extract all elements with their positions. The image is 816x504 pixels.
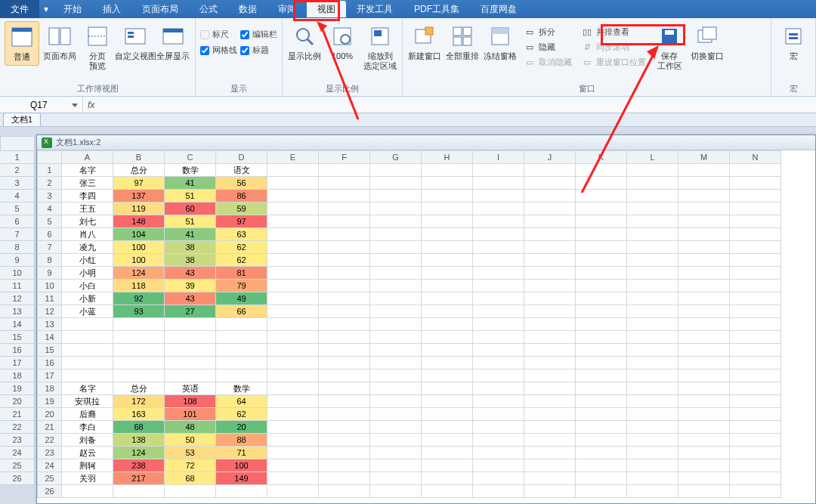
cell-D15[interactable] bbox=[216, 344, 267, 357]
cell-D4[interactable]: 59 bbox=[216, 203, 267, 215]
cell-J13[interactable] bbox=[524, 318, 576, 331]
cell-F5[interactable] bbox=[319, 215, 370, 228]
split[interactable]: ▭拆分 bbox=[521, 26, 575, 39]
cell-H25[interactable] bbox=[422, 472, 473, 485]
cell-C5[interactable]: 51 bbox=[165, 215, 216, 228]
cell-D14[interactable] bbox=[216, 331, 267, 344]
cell-G5[interactable] bbox=[370, 215, 422, 228]
cell-G4[interactable] bbox=[370, 203, 422, 215]
cell-B23[interactable]: 124 bbox=[113, 447, 165, 459]
cell-G23[interactable] bbox=[370, 447, 422, 459]
cell-J14[interactable] bbox=[524, 331, 576, 344]
cell-K10[interactable] bbox=[576, 280, 627, 292]
cell-I25[interactable] bbox=[473, 472, 524, 485]
cell-G9[interactable] bbox=[370, 267, 422, 280]
outer-row-8[interactable]: 8 bbox=[0, 241, 35, 254]
cell-G19[interactable] bbox=[370, 395, 422, 408]
cell-F24[interactable] bbox=[319, 459, 370, 472]
cell-F17[interactable] bbox=[319, 369, 370, 382]
view-fullscreen[interactable]: 全屏显示 bbox=[156, 21, 190, 64]
cell-F23[interactable] bbox=[319, 447, 370, 459]
cell-J8[interactable] bbox=[524, 254, 576, 267]
cell-G26[interactable] bbox=[370, 485, 422, 498]
cell-C10[interactable]: 39 bbox=[165, 280, 216, 292]
cell-F9[interactable] bbox=[319, 267, 370, 280]
cell-H16[interactable] bbox=[422, 357, 473, 369]
cell-G7[interactable] bbox=[370, 241, 422, 254]
cell-A21[interactable]: 李白 bbox=[62, 421, 113, 434]
cell-G17[interactable] bbox=[370, 369, 422, 382]
col-H[interactable]: H bbox=[422, 151, 473, 164]
cell-A17[interactable] bbox=[62, 369, 113, 382]
outer-row-24[interactable]: 24 bbox=[0, 447, 35, 459]
cell-A19[interactable]: 安琪拉 bbox=[62, 395, 113, 408]
outer-row-5[interactable]: 5 bbox=[0, 203, 35, 215]
outer-row-16[interactable]: 16 bbox=[0, 344, 35, 357]
row-22[interactable]: 22 bbox=[38, 434, 62, 447]
cell-G12[interactable] bbox=[370, 305, 422, 318]
cell-K8[interactable] bbox=[576, 254, 627, 267]
row-6[interactable]: 6 bbox=[38, 228, 62, 241]
cell-N16[interactable] bbox=[730, 357, 781, 369]
cell-B21[interactable]: 68 bbox=[113, 421, 165, 434]
menu-tab-0[interactable]: 开始 bbox=[53, 1, 92, 17]
cell-B25[interactable]: 217 bbox=[113, 472, 165, 485]
cell-N15[interactable] bbox=[730, 344, 781, 357]
cell-A26[interactable] bbox=[62, 485, 113, 498]
cell-K21[interactable] bbox=[576, 421, 627, 434]
row-5[interactable]: 5 bbox=[38, 215, 62, 228]
chk-gridlines[interactable]: 网格线 bbox=[200, 45, 237, 56]
row-23[interactable]: 23 bbox=[38, 447, 62, 459]
cell-M5[interactable] bbox=[678, 215, 730, 228]
cell-B15[interactable] bbox=[113, 344, 165, 357]
cell-A9[interactable]: 小明 bbox=[62, 267, 113, 280]
cell-J5[interactable] bbox=[524, 215, 576, 228]
cell-B22[interactable]: 138 bbox=[113, 434, 165, 447]
row-15[interactable]: 15 bbox=[38, 344, 62, 357]
row-4[interactable]: 4 bbox=[38, 203, 62, 215]
cell-G24[interactable] bbox=[370, 459, 422, 472]
cell-B17[interactable] bbox=[113, 369, 165, 382]
cell-I18[interactable] bbox=[473, 382, 524, 395]
cell-N2[interactable] bbox=[730, 177, 781, 190]
cell-H22[interactable] bbox=[422, 434, 473, 447]
cell-J15[interactable] bbox=[524, 344, 576, 357]
cell-F18[interactable] bbox=[319, 382, 370, 395]
row-1[interactable]: 1 bbox=[38, 164, 62, 177]
cell-I16[interactable] bbox=[473, 357, 524, 369]
cell-H1[interactable] bbox=[422, 164, 473, 177]
cell-K4[interactable] bbox=[576, 203, 627, 215]
cell-M12[interactable] bbox=[678, 305, 730, 318]
cell-K16[interactable] bbox=[576, 357, 627, 369]
menu-tab-3[interactable]: 公式 bbox=[189, 1, 228, 17]
cell-C7[interactable]: 38 bbox=[165, 241, 216, 254]
cell-C15[interactable] bbox=[165, 344, 216, 357]
cell-N14[interactable] bbox=[730, 331, 781, 344]
cell-J10[interactable] bbox=[524, 280, 576, 292]
cell-A3[interactable]: 李四 bbox=[62, 190, 113, 203]
cell-M8[interactable] bbox=[678, 254, 730, 267]
col-C[interactable]: C bbox=[165, 151, 216, 164]
cell-B1[interactable]: 总分 bbox=[113, 164, 165, 177]
cell-A4[interactable]: 王五 bbox=[62, 203, 113, 215]
cell-E25[interactable] bbox=[267, 472, 319, 485]
cell-G22[interactable] bbox=[370, 434, 422, 447]
cell-A12[interactable]: 小蓝 bbox=[62, 305, 113, 318]
cell-I20[interactable] bbox=[473, 408, 524, 421]
cell-C14[interactable] bbox=[165, 331, 216, 344]
cell-F20[interactable] bbox=[319, 408, 370, 421]
cell-M15[interactable] bbox=[678, 344, 730, 357]
cell-I10[interactable] bbox=[473, 280, 524, 292]
cell-L19[interactable] bbox=[627, 395, 678, 408]
cell-G25[interactable] bbox=[370, 472, 422, 485]
zoom-fit[interactable]: 缩放到 选定区域 bbox=[363, 21, 397, 74]
cell-K24[interactable] bbox=[576, 459, 627, 472]
cell-F13[interactable] bbox=[319, 318, 370, 331]
file-dropdown-icon[interactable]: ▾ bbox=[39, 4, 53, 14]
cell-I7[interactable] bbox=[473, 241, 524, 254]
cell-A16[interactable] bbox=[62, 357, 113, 369]
cell-E11[interactable] bbox=[267, 292, 319, 305]
cell-C12[interactable]: 27 bbox=[165, 305, 216, 318]
cell-J23[interactable] bbox=[524, 447, 576, 459]
cell-A13[interactable] bbox=[62, 318, 113, 331]
